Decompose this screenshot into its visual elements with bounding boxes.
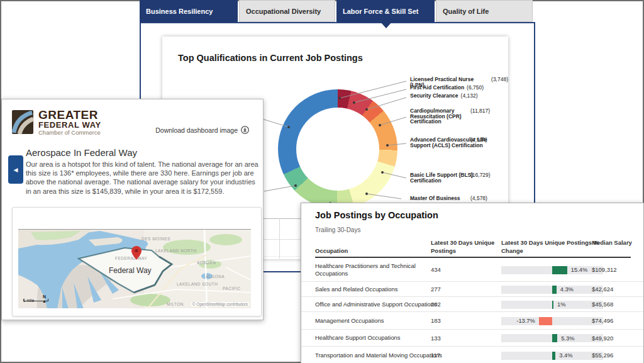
donut-label: First Aid Certification(6,750) bbox=[410, 85, 484, 91]
table-row[interactable]: Management Occupations183-13.7%$74,496 bbox=[301, 312, 643, 330]
pct-change-label: 1% bbox=[557, 301, 565, 309]
tab-bar: Business ResiliencyOccupational Diversit… bbox=[140, 0, 535, 22]
column-header: Median Salary bbox=[592, 238, 632, 247]
tab-occupational-diversity[interactable]: Occupational Diversity bbox=[239, 0, 335, 22]
map-place-label: PACIFIC bbox=[223, 286, 241, 291]
collapse-arrow-button[interactable]: ◀ bbox=[8, 155, 23, 184]
map-scale: 1 mile bbox=[23, 298, 34, 303]
occupation-cell: Management Occupations bbox=[315, 312, 432, 329]
pct-change-track: 3.4% bbox=[501, 352, 603, 360]
donut-hole bbox=[296, 108, 379, 191]
postings-cell: 202 bbox=[431, 297, 441, 311]
occupation-cell: Transportation and Material Moving Occup… bbox=[315, 347, 432, 363]
donut-label: Advanced Cardiovascular LifeSupport (ACL… bbox=[410, 137, 487, 148]
median-salary-cell: $109,312 bbox=[592, 258, 617, 281]
median-salary-cell: $42,624 bbox=[592, 282, 613, 296]
donut-label: Security Clearance(4,132) bbox=[410, 93, 477, 99]
section-title: Aerospace In Federal Way bbox=[26, 147, 137, 158]
map-place-label: MILTON bbox=[167, 302, 184, 306]
job-postings-card: Job Postings by Occupation Trailing 30-D… bbox=[301, 203, 644, 363]
pct-change-label: 4.3% bbox=[560, 286, 574, 294]
tab-quality-of-life[interactable]: Quality of Life bbox=[436, 0, 533, 22]
download-icon bbox=[241, 126, 249, 134]
table-row[interactable]: Office and Administrative Support Occupa… bbox=[301, 297, 643, 312]
median-salary-cell: $49,920 bbox=[592, 330, 613, 346]
logo-line-1: GREATER bbox=[38, 109, 101, 121]
pct-change-label: 3.4% bbox=[559, 352, 572, 360]
occupation-cell: Healthcare Practitioners and TechnicalOc… bbox=[315, 258, 432, 281]
table-rows: Healthcare Practitioners and TechnicalOc… bbox=[301, 258, 643, 363]
pct-change-bar bbox=[552, 266, 567, 274]
column-header: Latest 30 Days UniquePostings bbox=[431, 238, 494, 255]
chamber-logo: GREATER FEDERAL WAY Chamber of Commerce bbox=[12, 109, 101, 136]
section-body: Our area is a hotspot for this kind of t… bbox=[26, 160, 258, 196]
table-row[interactable]: Healthcare Support Occupations1335.3%$49… bbox=[301, 330, 643, 347]
compass-icon: N ▲ bbox=[42, 294, 47, 303]
pct-change-track: -13.7% bbox=[501, 317, 603, 325]
chamber-logo-text: GREATER FEDERAL WAY Chamber of Commerce bbox=[38, 109, 101, 136]
pct-change-label: 15.4% bbox=[571, 266, 587, 274]
pct-change-track: 4.3% bbox=[501, 286, 603, 294]
column-header: Occupation bbox=[315, 247, 348, 255]
map-place-label: DES MOINES bbox=[142, 237, 170, 241]
postings-cell: 133 bbox=[431, 330, 441, 346]
median-salary-cell: $55,296 bbox=[592, 347, 613, 363]
postings-cell: 277 bbox=[431, 282, 441, 296]
chart-title: Top Qualifications in Current Job Postin… bbox=[178, 53, 363, 63]
active-tab-pointer bbox=[380, 22, 392, 28]
table-title: Job Postings by Occupation bbox=[315, 210, 438, 220]
pct-change-bar bbox=[539, 317, 552, 325]
map-place-label: AUBURN bbox=[197, 260, 216, 265]
table-row[interactable]: Healthcare Practitioners and TechnicalOc… bbox=[301, 258, 643, 282]
download-label: Download dashboard image bbox=[155, 126, 238, 134]
download-dashboard-link[interactable]: Download dashboard image bbox=[155, 126, 249, 134]
median-salary-cell: $45,568 bbox=[592, 297, 613, 311]
donut-label: CardiopulmonaryResuscitation (CPR)Certif… bbox=[410, 108, 462, 125]
map-attribution: © OpenStreetMap contributors bbox=[191, 302, 249, 306]
pct-change-track: 1% bbox=[501, 301, 603, 309]
postings-cell: 117 bbox=[431, 347, 440, 363]
table-subtitle: Trailing 30-Days bbox=[315, 226, 360, 233]
tab-business-resiliency[interactable]: Business Resiliency bbox=[140, 0, 238, 22]
pct-change-label: -13.7% bbox=[516, 317, 535, 325]
donut-label: Basic Life Support (BLS)Certification(16… bbox=[410, 172, 473, 183]
occupation-cell: Sales and Related Occupations bbox=[315, 282, 432, 296]
chamber-card: GREATER FEDERAL WAY Chamber of Commerce … bbox=[1, 99, 264, 320]
map-place-label: LAKELAND NORTH bbox=[155, 249, 197, 253]
pct-change-bar bbox=[552, 286, 557, 294]
pct-change-label: 5.3% bbox=[561, 334, 574, 342]
table-row[interactable]: Sales and Related Occupations2774.3%$42,… bbox=[301, 282, 643, 297]
column-header: Latest 30 Days Unique Postings %Change bbox=[501, 238, 599, 255]
chamber-logo-mark bbox=[12, 109, 35, 135]
dashboard-screenshot: Business ResiliencyOccupational Diversit… bbox=[0, 0, 644, 363]
left-arrow-icon: ◀ bbox=[14, 167, 18, 173]
pct-change-track: 5.3% bbox=[501, 334, 603, 342]
logo-line-2: FEDERAL WAY bbox=[38, 121, 101, 129]
occupation-cell: Office and Administrative Support Occupa… bbox=[315, 297, 432, 311]
map-card: DES MOINESLAKELAND NORTHFEDERAL WAYFeder… bbox=[12, 207, 262, 316]
map-place-label: FEDERAL WAY bbox=[115, 256, 147, 260]
federal-way-map[interactable]: DES MOINESLAKELAND NORTHFEDERAL WAYFeder… bbox=[18, 229, 251, 308]
median-salary-cell: $74,496 bbox=[592, 312, 613, 329]
pct-change-bar bbox=[552, 352, 555, 360]
table-row[interactable]: Transportation and Material Moving Occup… bbox=[301, 347, 643, 363]
donut-label: Master Of Business(4,578) bbox=[410, 196, 460, 201]
logo-line-3: Chamber of Commerce bbox=[38, 129, 101, 136]
tab-labor-force-skill-set[interactable]: Labor Force & Skill Set bbox=[336, 0, 435, 22]
occupation-cell: Healthcare Support Occupations bbox=[315, 330, 432, 346]
pct-change-bar bbox=[552, 334, 557, 342]
map-place-label: ALGONA bbox=[206, 274, 225, 279]
postings-cell: 183 bbox=[431, 312, 441, 329]
pct-change-track: 15.4% bbox=[501, 266, 603, 274]
postings-cell: 434 bbox=[431, 258, 441, 281]
occluded-divider bbox=[279, 218, 280, 259]
map-place-label: LAKELAND SOUTH bbox=[177, 282, 218, 286]
map-place-label: Federal Way bbox=[109, 266, 152, 275]
pct-change-bar bbox=[552, 301, 553, 309]
